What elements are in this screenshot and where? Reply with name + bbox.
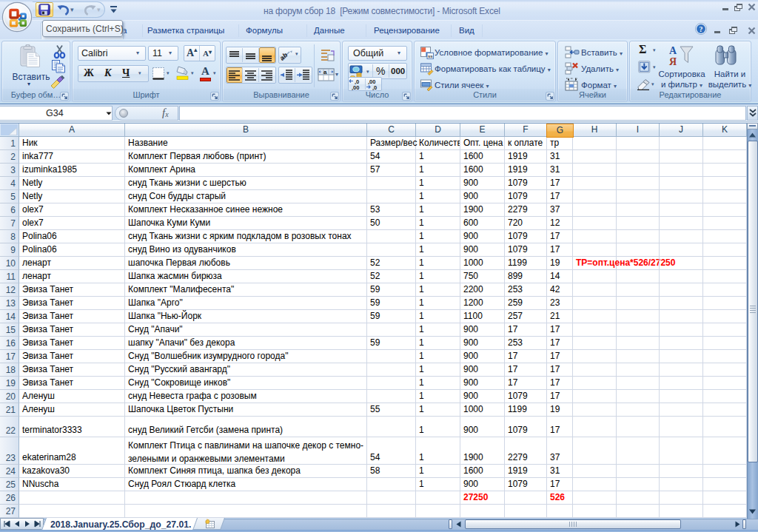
svg-text:a: a <box>323 69 327 75</box>
svg-text:,00: ,00 <box>352 84 359 91</box>
svg-text:А: А <box>669 45 677 56</box>
svg-text:Я: Я <box>669 56 677 67</box>
svg-text:,0: ,0 <box>372 84 377 91</box>
svg-text:?: ? <box>700 25 703 33</box>
svg-text:ss: ss <box>428 54 433 58</box>
